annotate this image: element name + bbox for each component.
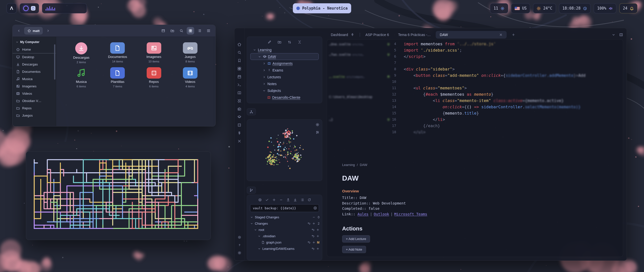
panel-view-button[interactable]: [159, 27, 167, 35]
sidebar-item-documentos[interactable]: Documentos: [13, 68, 56, 75]
grid-icon[interactable]: [237, 66, 242, 71]
breadcrumb-segment[interactable]: DAW: [360, 163, 367, 167]
gear-icon[interactable]: [315, 123, 319, 127]
link-outlook[interactable]: Outlook: [374, 212, 389, 216]
list-icon[interactable]: [300, 198, 304, 202]
folder-imagenes[interactable]: Imagenes10 items: [136, 42, 172, 64]
search-icon[interactable]: [237, 50, 242, 55]
layers-icon[interactable]: [237, 115, 242, 119]
module-volume[interactable]: 100%: [594, 3, 616, 13]
tree-item-learning[interactable]: Learning: [247, 46, 322, 53]
git-row-learning-daw-exams[interactable]: Learning/DAW/Exams: [247, 246, 322, 252]
sidebar-item-descargas[interactable]: Descargas: [13, 61, 56, 68]
caret-down-icon[interactable]: [16, 41, 19, 44]
refresh-icon[interactable]: [307, 198, 311, 202]
sort-icon[interactable]: [288, 40, 292, 44]
folder-descargas[interactable]: Descargas2 items: [63, 42, 99, 64]
git-row-graph-json[interactable]: graph.jsonM: [247, 239, 322, 246]
notes-app-icon[interactable]: [31, 6, 35, 11]
module-clock[interactable]: 18:08:28: [559, 3, 591, 13]
minus-icon[interactable]: [312, 216, 315, 219]
undo-icon[interactable]: [311, 228, 315, 231]
undo-icon[interactable]: [311, 234, 315, 238]
media-player-pill[interactable]: Polyphia - Neurotica: [293, 3, 351, 13]
module-notifications[interactable]: 24: [619, 3, 637, 13]
calendar-icon[interactable]: [237, 75, 242, 79]
plus-icon[interactable]: [316, 228, 319, 231]
tree-item-notes[interactable]: Notes: [247, 80, 322, 87]
grid-view-button[interactable]: [187, 27, 194, 35]
home-icon[interactable]: [237, 42, 242, 47]
sidebar-item-musica[interactable]: Musica: [13, 75, 56, 83]
dollar-icon[interactable]: [237, 131, 242, 135]
sidebar-item-repos[interactable]: Repos: [13, 105, 56, 112]
dice-icon[interactable]: [237, 123, 242, 127]
upload-icon[interactable]: [286, 198, 290, 202]
menu-view-button[interactable]: [205, 27, 212, 35]
terminal-icon[interactable]: [237, 83, 242, 87]
plus-icon[interactable]: [312, 241, 315, 244]
sidebar-item-desktop[interactable]: Desktop: [13, 53, 56, 61]
code-editor[interactable]: 4import mementoes from '../../store.js'5…: [327, 41, 623, 135]
git-pane-tab[interactable]: [247, 187, 256, 194]
tree-item-assignments[interactable]: Assignments: [247, 60, 322, 67]
plus-circle-icon[interactable]: [258, 198, 262, 202]
graph-view[interactable]: [247, 120, 322, 181]
commit-message-input[interactable]: [250, 204, 319, 212]
help-icon[interactable]: [237, 243, 242, 247]
git-row-staged-changes[interactable]: Staged Changes0: [247, 214, 322, 220]
git-row--obsidian[interactable]: .obsidian: [247, 233, 322, 239]
new-tab-button[interactable]: [508, 31, 519, 39]
minus-icon[interactable]: [279, 198, 283, 202]
link-microsoft-teams[interactable]: Microsoft Teams: [394, 212, 427, 216]
close-icon[interactable]: [237, 139, 242, 143]
collapse-icon[interactable]: [298, 40, 302, 44]
gear-icon[interactable]: [237, 251, 242, 255]
disc-icon[interactable]: [23, 6, 29, 11]
unlink-icon[interactable]: [237, 99, 242, 103]
pencil-icon[interactable]: [267, 40, 271, 44]
tree-item-exams[interactable]: Exams: [247, 67, 322, 74]
book-icon[interactable]: [237, 91, 242, 95]
folder-plus-icon[interactable]: [277, 40, 281, 44]
sidebar-item-juegos[interactable]: Juegos: [13, 112, 56, 119]
tab-dashboard[interactable]: Dashboard: [327, 31, 358, 39]
split-view-icon[interactable]: [619, 33, 623, 37]
undo-icon[interactable]: [307, 222, 311, 225]
sidebar-item-videos[interactable]: Videos: [13, 90, 56, 97]
tree-item-lectures[interactable]: Lectures: [247, 74, 322, 80]
tab-list-icon[interactable]: [612, 33, 616, 37]
link-aules[interactable]: Aules: [357, 212, 369, 216]
action-button--add-note[interactable]: + Add Note: [342, 246, 366, 253]
tab-daw[interactable]: DAW: [436, 31, 507, 39]
git-row-changes[interactable]: Changes2: [247, 220, 322, 227]
undo-icon[interactable]: [311, 247, 315, 250]
download-icon[interactable]: [293, 198, 297, 202]
module-weather[interactable]: 24°C: [533, 3, 556, 13]
graph-pane-icon[interactable]: [249, 110, 253, 114]
breadcrumb-segment[interactable]: Learning: [342, 163, 355, 167]
sidebar-item-imagenes[interactable]: Imagenes: [13, 83, 56, 90]
plus-icon[interactable]: [316, 247, 319, 250]
sidebar-scrollbar[interactable]: [54, 44, 55, 80]
folder-juegos[interactable]: Juegos8 items: [172, 42, 208, 64]
sidebar-item-home[interactable]: Home: [13, 46, 56, 53]
graph-pane-tab[interactable]: [247, 108, 256, 115]
folder-videos[interactable]: Videos4 items: [172, 67, 208, 88]
clear-icon[interactable]: [313, 206, 317, 210]
module-keyboard[interactable]: US: [511, 3, 530, 13]
folder-plantillas[interactable]: Plantillas7 items: [99, 67, 136, 88]
plus-icon[interactable]: [312, 222, 315, 225]
plus-icon[interactable]: [316, 234, 319, 238]
folder-repos[interactable]: Repos6 items: [136, 67, 172, 88]
undo-icon[interactable]: [307, 241, 311, 244]
folder-musica[interactable]: Musica6 items: [63, 67, 99, 88]
back-button[interactable]: [16, 27, 22, 34]
clear-message-icon[interactable]: [313, 206, 317, 210]
record-icon[interactable]: [237, 235, 242, 239]
git-pane-icon[interactable]: [249, 188, 253, 192]
tree-item-daw[interactable]: DAW: [250, 53, 319, 60]
forward-button[interactable]: [45, 27, 51, 34]
pin-icon[interactable]: [351, 33, 354, 37]
list-view-button[interactable]: [196, 27, 203, 35]
